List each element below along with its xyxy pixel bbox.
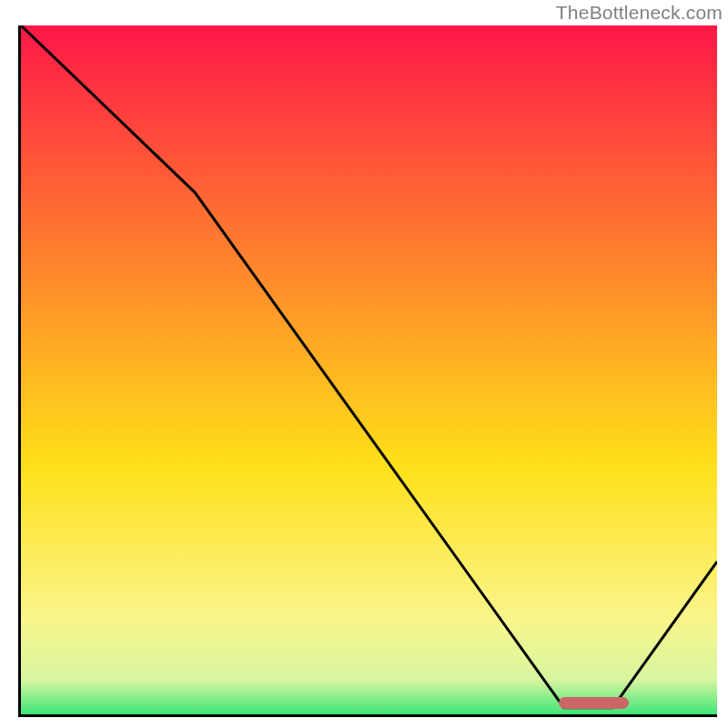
- bottleneck-curve: [21, 25, 717, 717]
- attribution-label: TheBottleneck.com: [556, 2, 723, 24]
- plot-area: [18, 25, 717, 717]
- optimal-range-marker: [559, 697, 629, 709]
- chart-container: TheBottleneck.com: [0, 0, 728, 728]
